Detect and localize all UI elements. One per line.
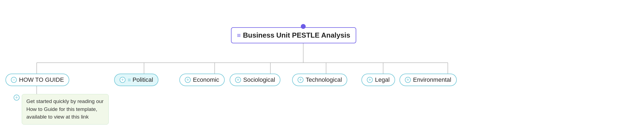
root-connector-dot [301, 24, 306, 29]
environmental-node[interactable]: + Environmental [399, 74, 457, 86]
how-to-note-node: + Get started quickly by reading our How… [14, 94, 109, 125]
how-to-collapse-button[interactable]: − [11, 77, 17, 83]
political-expand-button[interactable]: + [120, 77, 126, 83]
technological-label: Technological [306, 76, 342, 83]
sociological-node[interactable]: + Sociological [230, 74, 280, 86]
note-text: Get started quickly by reading our How t… [26, 98, 104, 120]
political-node-icon: ≡ [128, 77, 131, 83]
political-label: Political [133, 76, 153, 83]
political-node[interactable]: + ≡ Political [114, 74, 158, 86]
environmental-expand-button[interactable]: + [405, 77, 411, 83]
legal-node[interactable]: + Legal [361, 74, 395, 86]
economic-expand-button[interactable]: + [185, 77, 191, 83]
how-to-label: HOW TO GUIDE [19, 76, 64, 83]
sociological-label: Sociological [243, 76, 275, 83]
root-node[interactable]: ≡ Business Unit PESTLE Analysis [231, 27, 356, 43]
root-node-label: Business Unit PESTLE Analysis [243, 31, 350, 40]
root-node-icon: ≡ [237, 32, 241, 39]
sociological-expand-button[interactable]: + [235, 77, 241, 83]
environmental-label: Environmental [413, 76, 451, 83]
technological-node[interactable]: + Technological [292, 74, 347, 86]
mindmap-canvas: ≡ Business Unit PESTLE Analysis − HOW TO… [0, 0, 644, 139]
note-text-box: Get started quickly by reading our How t… [22, 94, 109, 125]
legal-label: Legal [375, 76, 390, 83]
technological-expand-button[interactable]: + [298, 77, 304, 83]
economic-node[interactable]: + Economic [179, 74, 225, 86]
note-expand-button[interactable]: + [14, 95, 20, 101]
legal-expand-button[interactable]: + [367, 77, 373, 83]
how-to-guide-node[interactable]: − HOW TO GUIDE [5, 74, 69, 86]
economic-label: Economic [193, 76, 219, 83]
